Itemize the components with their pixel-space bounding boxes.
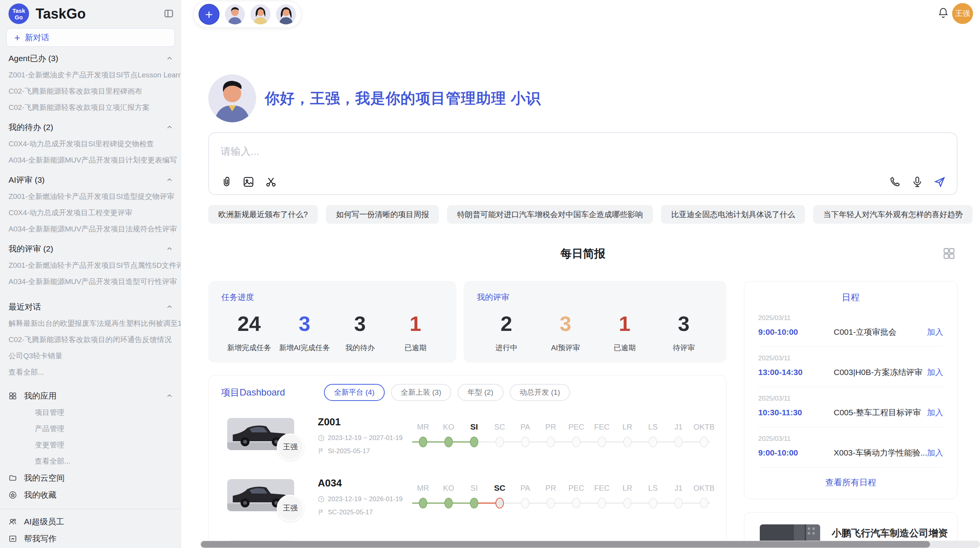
- recent-chat-item[interactable]: 解释最新出台的欧盟报废车法规再生塑料比例被调至15%...: [0, 315, 181, 332]
- horizontal-scrollbar-track[interactable]: [200, 541, 980, 548]
- horizontal-scrollbar-thumb[interactable]: [201, 541, 930, 548]
- sidebar-app-item[interactable]: 产品管理: [0, 421, 181, 437]
- tab-powertrain[interactable]: 动总开发 (1): [510, 384, 571, 401]
- suggestion-chip[interactable]: 特朗普可能对进口汽车增税会对中国车企造成哪些影响: [447, 205, 653, 224]
- tab-new-platform[interactable]: 全新平台 (4): [324, 384, 385, 401]
- news-title: 小鹏飞行汽车制造公司增资: [832, 527, 958, 539]
- send-icon[interactable]: [934, 176, 946, 188]
- sidebar-item[interactable]: Z001-全新燃油皮卡产品开发项目SI节点Lesson Learn报告: [0, 67, 181, 83]
- sidebar-group-recent-chats[interactable]: 最近对话: [0, 298, 181, 315]
- sidebar-item-my-apps[interactable]: 我的应用: [0, 387, 181, 404]
- chevron-up-icon[interactable]: [166, 245, 173, 253]
- card-title: 任务进度: [221, 292, 443, 303]
- cloud-space-icon: [9, 474, 17, 482]
- agent-avatar-3[interactable]: [276, 4, 296, 24]
- sidebar-item[interactable]: A034-全新新能源MUV产品开发项目造型可行性评审: [0, 274, 181, 290]
- sidebar-item-ai-staff[interactable]: AI超级员工: [0, 513, 181, 530]
- schedule-date: 2025/03/11: [758, 314, 943, 322]
- chevron-up-icon[interactable]: [166, 123, 173, 131]
- user-avatar[interactable]: 王强: [952, 3, 973, 24]
- sidebar-apps-view-all[interactable]: 查看全部...: [0, 453, 181, 469]
- card-title: 我的评审: [477, 292, 713, 303]
- chat-input[interactable]: [221, 146, 685, 158]
- sidebar-item[interactable]: C0X4-动力总成开发项目工程变更评审: [0, 205, 181, 221]
- chevron-up-icon[interactable]: [166, 303, 173, 311]
- project-date-range: 2023-12-19 ~ 2026-01-19: [318, 495, 403, 503]
- flag-icon: [318, 448, 325, 455]
- recent-chats-view-all[interactable]: 查看全部...: [0, 364, 181, 380]
- scissors-icon[interactable]: [265, 176, 277, 188]
- suggestion-chip[interactable]: 比亚迪全固态电池计划具体说了什么: [661, 205, 805, 224]
- clock-icon: [318, 496, 325, 503]
- new-chat-button[interactable]: + 新对话: [6, 28, 175, 47]
- join-meeting-link[interactable]: 加入: [927, 407, 943, 418]
- app-title: TaskGo: [36, 6, 86, 22]
- tab-new-body[interactable]: 全新上装 (3): [391, 384, 452, 401]
- project-dashboard-card: 项目Dashboard 全新平台 (4) 全新上装 (3) 年型 (2) 动总开…: [208, 375, 726, 548]
- sidebar-group-my-review[interactable]: 我的评审 (2): [0, 240, 181, 257]
- project-owner-avatar: 王强: [277, 433, 304, 461]
- schedule-name: C003|H0B-方案冻结评审: [834, 367, 927, 378]
- agent-avatar-2[interactable]: [250, 4, 271, 24]
- join-meeting-link[interactable]: 加入: [927, 327, 943, 337]
- attachment-icon[interactable]: [220, 176, 232, 188]
- suggestion-chip[interactable]: 如何写一份清晰的项目周报: [326, 205, 439, 224]
- sidebar-item[interactable]: A034-全新新能源MUV产品开发项目法规符合性评审: [0, 221, 181, 237]
- sidebar-group-ai-review[interactable]: AI评审 (3): [0, 171, 181, 188]
- sidebar-divider: [0, 509, 181, 509]
- chevron-up-icon[interactable]: [166, 392, 173, 400]
- svg-text:MR: MR: [417, 423, 429, 431]
- writing-icon: [9, 534, 17, 543]
- sidebar-group-agent-done[interactable]: Agent已办 (3): [0, 50, 181, 67]
- recent-chat-item[interactable]: C02-飞腾新能源轻客改款项目的闭环通告反馈情况: [0, 332, 181, 348]
- stat-my-todo: 3我的待办: [332, 312, 388, 353]
- project-milestone-date: SC-2025-05-17: [318, 509, 373, 516]
- view-all-schedule-link[interactable]: 查看所有日程: [758, 477, 943, 488]
- chevron-up-icon[interactable]: [166, 176, 173, 184]
- svg-text:PEC: PEC: [568, 484, 584, 492]
- sidebar-app-item[interactable]: 变更管理: [0, 437, 181, 453]
- sidebar-item[interactable]: C02-飞腾新能源轻客改款项目立项汇报方案: [0, 99, 181, 116]
- svg-text:PR: PR: [545, 484, 556, 492]
- task-progress-card: 任务进度 24新增完成任务 3新增AI完成任务 3我的待办 1已逾期: [208, 281, 456, 363]
- quick-agents-bar: +: [193, 1, 302, 28]
- collapse-sidebar-icon[interactable]: [164, 9, 174, 19]
- microphone-icon[interactable]: [911, 176, 923, 188]
- svg-text:OKTB: OKTB: [694, 484, 714, 492]
- schedule-time: 13:00-14:30: [758, 368, 834, 377]
- sidebar-item-favorites[interactable]: 我的收藏: [0, 486, 181, 503]
- join-meeting-link[interactable]: 加入: [927, 447, 943, 458]
- clock-icon: [318, 435, 325, 442]
- join-meeting-link[interactable]: 加入: [927, 367, 943, 378]
- sidebar-item-cloud-space[interactable]: 我的云空间: [0, 469, 181, 486]
- suggestion-chip[interactable]: 当下年轻人对汽车外观有怎样的喜好趋势: [813, 205, 973, 224]
- sidebar-item[interactable]: Z001-全新燃油轻卡产品开发项目SI节点属性5D文件评审: [0, 257, 181, 274]
- svg-text:PA: PA: [520, 484, 530, 492]
- phone-call-icon[interactable]: [889, 176, 901, 188]
- suggestion-chip[interactable]: 欧洲新规最近颁布了什么?: [208, 205, 318, 224]
- sidebar-group-my-todo[interactable]: 我的待办 (2): [0, 119, 181, 136]
- project-owner-avatar: 王强: [277, 495, 304, 522]
- layout-grid-icon[interactable]: [942, 247, 956, 260]
- sidebar-item[interactable]: Z001-全新燃油轻卡产品开发项目SI造型提交物评审: [0, 188, 181, 205]
- sidebar-item-writing[interactable]: 帮我写作: [0, 530, 181, 547]
- chevron-up-icon[interactable]: [166, 55, 173, 62]
- schedule-item: 2025/03/11 10:30-11:30 C005-整车工程目标评审 加入: [758, 387, 943, 427]
- stat-pending-review: 3待评审: [654, 312, 713, 353]
- sidebar-item[interactable]: C02-飞腾新能源轻客改款项目里程碑画布: [0, 83, 181, 99]
- agent-avatar-1[interactable]: [225, 4, 245, 24]
- schedule-item: 2025/03/11 9:00-10:00 X003-车辆动力学性能验... 加…: [758, 427, 943, 468]
- sidebar-item[interactable]: A034-全新新能源MUV产品开发项目计划变更表编写: [0, 152, 181, 168]
- recent-chat-item[interactable]: 公司Q3轻卡销量: [0, 348, 181, 364]
- sidebar-item[interactable]: C0X4-动力总成开发项目SI里程碑提交物检查: [0, 136, 181, 152]
- sidebar-app-item[interactable]: 项目管理: [0, 404, 181, 421]
- svg-text:SI: SI: [471, 484, 478, 492]
- my-review-card: 我的评审 2进行中 3AI预评审 1已逾期 3待评审: [464, 281, 726, 363]
- svg-text:SC: SC: [494, 423, 505, 431]
- image-icon[interactable]: [242, 176, 255, 188]
- tab-model-year[interactable]: 年型 (2): [457, 384, 504, 401]
- svg-text:J1: J1: [674, 484, 682, 492]
- notification-bell-icon[interactable]: [937, 7, 949, 19]
- add-agent-button[interactable]: +: [199, 4, 219, 25]
- stat-new-done: 24新增完成任务: [221, 312, 277, 353]
